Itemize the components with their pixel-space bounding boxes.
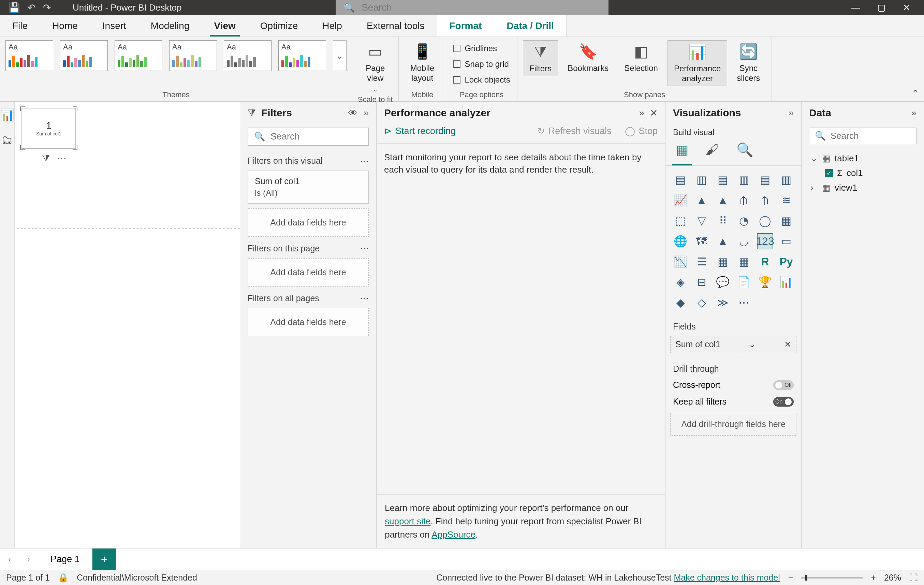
filter-card[interactable]: Sum of col1 is (All) bbox=[248, 170, 369, 204]
start-recording-button[interactable]: ⊳Start recording bbox=[384, 126, 456, 136]
tab-modeling[interactable]: Modeling bbox=[139, 15, 202, 36]
viz-line-icon[interactable]: 📈 bbox=[673, 193, 688, 208]
viz-line-clustered-icon[interactable]: ⫛ bbox=[757, 193, 772, 208]
theme-thumb-4[interactable]: Aa bbox=[169, 40, 217, 71]
tab-optimize[interactable]: Optimize bbox=[248, 15, 310, 36]
drill-through-drop[interactable]: Add drill-through fields here bbox=[670, 413, 797, 436]
refresh-visuals-button[interactable]: ↻Refresh visuals bbox=[537, 126, 612, 136]
add-page-button[interactable]: + bbox=[92, 549, 116, 570]
page-tab-1[interactable]: Page 1 bbox=[38, 549, 92, 570]
viz-table-icon[interactable]: ▦ bbox=[715, 254, 730, 269]
table-node[interactable]: ⌄ ▦ table1 bbox=[809, 151, 916, 166]
page-next-button[interactable]: › bbox=[19, 549, 38, 570]
minimize-icon[interactable]: — bbox=[851, 2, 860, 13]
theme-gallery-more[interactable]: ⌄ bbox=[333, 40, 346, 71]
data-search-input[interactable] bbox=[830, 131, 911, 141]
viz-stacked-column-icon[interactable]: ▥ bbox=[694, 172, 709, 187]
eye-icon[interactable]: 👁 bbox=[348, 107, 358, 119]
viz-multi-card-icon[interactable]: ▭ bbox=[779, 234, 794, 249]
viz-more-icon[interactable]: ≫ bbox=[715, 295, 730, 310]
filters-visual-drop[interactable]: Add data fields here bbox=[248, 208, 369, 237]
column-checkbox[interactable]: ✓ bbox=[825, 169, 833, 177]
page-view-button[interactable]: ▭Page view⌄ bbox=[360, 40, 391, 95]
viz-pie-icon[interactable]: ◔ bbox=[736, 213, 751, 228]
section-more-icon[interactable]: ⋯ bbox=[360, 156, 369, 166]
close-icon[interactable]: ✕ bbox=[903, 2, 910, 13]
filters-search[interactable]: 🔍 bbox=[248, 127, 369, 145]
viz-automate-icon[interactable]: ◇ bbox=[694, 295, 709, 310]
chevron-down-icon[interactable]: ⌄ bbox=[810, 153, 818, 164]
viz-decomposition-icon[interactable]: ⊟ bbox=[694, 274, 709, 289]
filters-search-input[interactable] bbox=[271, 131, 362, 142]
fit-to-page-icon[interactable]: ⛶ bbox=[909, 573, 918, 583]
viz-ribbon-icon[interactable]: ≋ bbox=[779, 193, 794, 208]
viz-line-column-icon[interactable]: ⫛ bbox=[736, 193, 751, 208]
collapse-filters-icon[interactable]: » bbox=[363, 107, 369, 118]
maximize-icon[interactable]: ▢ bbox=[877, 2, 886, 13]
viz-area-icon[interactable]: ▲ bbox=[694, 193, 709, 208]
chevron-right-icon[interactable]: › bbox=[810, 182, 818, 193]
fields-well[interactable]: Sum of col1 ⌄ ✕ bbox=[670, 335, 797, 353]
global-search-input[interactable] bbox=[361, 2, 600, 13]
data-search[interactable]: 🔍 bbox=[809, 127, 916, 144]
viz-matrix-icon[interactable]: ▦ bbox=[736, 254, 751, 269]
column-node[interactable]: ✓ Σ col1 bbox=[809, 166, 916, 180]
viz-donut-icon[interactable]: ◯ bbox=[757, 213, 772, 228]
viz-waterfall-icon[interactable]: ⬚ bbox=[673, 213, 688, 228]
viz-qa-icon[interactable]: 💬 bbox=[715, 274, 730, 289]
remove-field-icon[interactable]: ✕ bbox=[784, 339, 791, 349]
tab-insert[interactable]: Insert bbox=[90, 15, 139, 36]
viz-funnel-icon[interactable]: ▽ bbox=[694, 213, 709, 228]
viz-gauge-icon[interactable]: ◡ bbox=[736, 234, 751, 249]
theme-thumb-3[interactable]: Aa bbox=[115, 40, 162, 71]
ribbon-collapse-icon[interactable]: ⌃ bbox=[912, 88, 919, 99]
viz-card-icon[interactable]: 123 bbox=[757, 234, 772, 249]
viz-filled-map-icon[interactable]: 🗺 bbox=[694, 234, 709, 249]
viz-clustered-bar-icon[interactable]: ▤ bbox=[715, 172, 730, 187]
viz-key-influencers-icon[interactable]: ◈ bbox=[673, 274, 688, 289]
support-site-link[interactable]: support site bbox=[385, 516, 431, 526]
cross-report-toggle[interactable]: Off bbox=[773, 380, 794, 390]
format-visual-tab[interactable]: 🖌 bbox=[706, 142, 719, 160]
viz-powerapps-icon[interactable]: ◆ bbox=[673, 295, 688, 310]
report-view-icon[interactable]: 📊 bbox=[0, 108, 14, 121]
make-changes-link[interactable]: Make changes to this model bbox=[674, 573, 780, 582]
viz-python-icon[interactable]: Py bbox=[779, 254, 794, 269]
card-visual[interactable]: 1 Sum of col1 bbox=[21, 108, 76, 149]
chevron-down-icon[interactable]: ⌄ bbox=[749, 339, 756, 349]
viz-scatter-icon[interactable]: ⠿ bbox=[715, 213, 730, 228]
viz-goals-icon[interactable]: 🏆 bbox=[757, 274, 772, 289]
zoom-slider[interactable] bbox=[801, 577, 863, 578]
visual-filter-icon[interactable]: ⧩ bbox=[42, 153, 50, 164]
appsource-link[interactable]: AppSource bbox=[431, 529, 475, 540]
view-node[interactable]: › ▦ view1 bbox=[809, 180, 916, 195]
viz-stacked-area-icon[interactable]: ▲ bbox=[715, 193, 730, 208]
theme-thumb-2[interactable]: Aa bbox=[60, 40, 108, 71]
report-canvas[interactable]: 1 Sum of col1 ⧩ ⋯ bbox=[15, 102, 240, 548]
save-icon[interactable]: 💾 bbox=[8, 2, 20, 13]
build-visual-tab[interactable]: ▦ bbox=[676, 142, 689, 160]
filters-all-drop[interactable]: Add data fields here bbox=[248, 308, 369, 336]
theme-thumb-6[interactable]: Aa bbox=[278, 40, 326, 71]
tab-help[interactable]: Help bbox=[310, 15, 355, 36]
mobile-layout-button[interactable]: 📱Mobile layout bbox=[404, 40, 441, 85]
visual-more-icon[interactable]: ⋯ bbox=[57, 153, 66, 164]
close-perf-icon[interactable]: ✕ bbox=[650, 107, 658, 119]
selection-pane-button[interactable]: ◧Selection bbox=[618, 40, 664, 75]
snap-to-grid-checkbox[interactable]: Snap to grid bbox=[452, 57, 510, 71]
section-more-icon[interactable]: ⋯ bbox=[360, 293, 369, 303]
viz-azure-map-icon[interactable]: ▲ bbox=[715, 234, 730, 249]
viz-map-icon[interactable]: 🌐 bbox=[673, 234, 688, 249]
analytics-tab[interactable]: 🔍 bbox=[736, 142, 754, 160]
viz-clustered-column-icon[interactable]: ▥ bbox=[736, 172, 751, 187]
keep-filters-toggle[interactable]: On bbox=[773, 397, 794, 407]
viz-treemap-icon[interactable]: ▦ bbox=[779, 213, 794, 228]
viz-get-more-icon[interactable]: ⋯ bbox=[736, 295, 751, 310]
tab-data-drill[interactable]: Data / Drill bbox=[494, 15, 566, 36]
section-more-icon[interactable]: ⋯ bbox=[360, 243, 369, 253]
tab-view[interactable]: View bbox=[202, 15, 248, 36]
gridlines-checkbox[interactable]: Gridlines bbox=[452, 41, 498, 55]
viz-100-column-icon[interactable]: ▥ bbox=[779, 172, 794, 187]
zoom-in-button[interactable]: + bbox=[871, 573, 876, 583]
performance-analyzer-button[interactable]: 📊Performance analyzer bbox=[668, 40, 727, 86]
